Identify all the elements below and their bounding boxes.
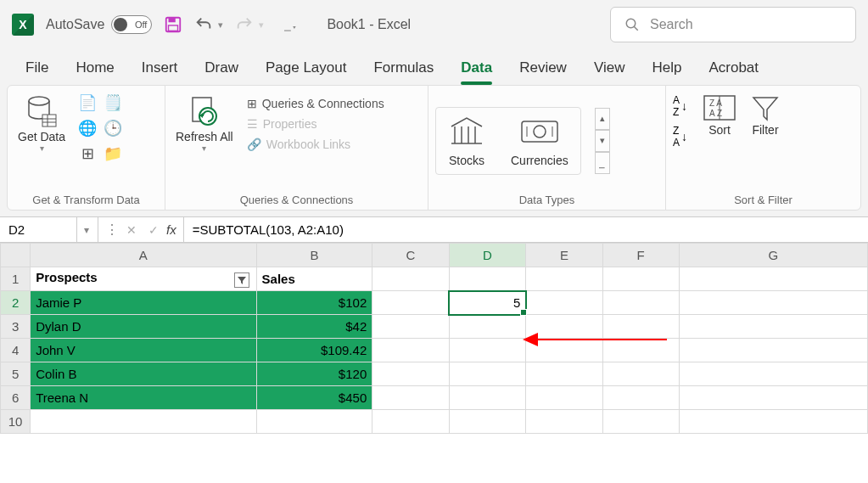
fx-icon[interactable]: fx	[166, 222, 176, 237]
cell-C2[interactable]	[372, 291, 449, 315]
name-box-dropdown-icon[interactable]: ▾	[76, 217, 89, 242]
cell-C5[interactable]	[372, 362, 449, 386]
row-header-10[interactable]: 10	[1, 410, 31, 434]
cell-G10[interactable]	[679, 410, 867, 434]
tab-view[interactable]: View	[580, 53, 639, 83]
cell-F2[interactable]	[602, 291, 679, 315]
tab-review[interactable]: Review	[506, 53, 580, 83]
existing-conn-icon[interactable]: ⊞	[76, 142, 99, 166]
cell-A6[interactable]: Treena N	[31, 386, 256, 410]
tab-data[interactable]: Data	[447, 53, 506, 83]
cell-G1[interactable]	[679, 267, 867, 291]
cell-C6[interactable]	[372, 386, 449, 410]
cell-D2[interactable]: 5	[449, 291, 526, 315]
sort-asc-button[interactable]: AZ↓	[673, 94, 687, 118]
cell-E1[interactable]	[526, 267, 602, 291]
redo-button[interactable]: ▾	[235, 15, 264, 34]
cell-B6[interactable]: $450	[256, 386, 372, 410]
tab-page-layout[interactable]: Page Layout	[252, 53, 360, 83]
fx-more-icon[interactable]: ⋮	[105, 222, 119, 238]
from-table-icon[interactable]: 🌐	[76, 116, 99, 140]
accept-formula-icon[interactable]: ✓	[144, 223, 163, 237]
cell-C10[interactable]	[372, 410, 449, 434]
cell-E2[interactable]	[526, 291, 602, 315]
refresh-all-button[interactable]: Refresh All ▾	[172, 91, 237, 154]
sort-desc-button[interactable]: ZA↓	[673, 125, 687, 149]
row-header-4[interactable]: 4	[1, 339, 31, 362]
cancel-formula-icon[interactable]: ✕	[122, 223, 141, 237]
get-data-button[interactable]: Get Data ▾	[14, 91, 69, 154]
cell-G4[interactable]	[679, 339, 867, 362]
cell-E6[interactable]	[526, 386, 602, 410]
tab-help[interactable]: Help	[638, 53, 695, 83]
row-header-6[interactable]: 6	[1, 386, 31, 410]
currencies-data-type[interactable]: Currencies	[511, 115, 568, 167]
cell-C4[interactable]	[372, 339, 449, 362]
autosave-toggle[interactable]: Off	[111, 15, 152, 34]
tab-acrobat[interactable]: Acrobat	[695, 53, 772, 83]
row-header-2[interactable]: 2	[1, 291, 31, 315]
cell-A3[interactable]: Dylan D	[31, 315, 256, 339]
cell-G2[interactable]	[679, 291, 867, 315]
tab-formulas[interactable]: Formulas	[360, 53, 447, 83]
formula-input[interactable]: =SUBTOTAL(103, A2:A10)	[184, 217, 868, 242]
gallery-down-icon[interactable]: ▾	[595, 130, 610, 152]
cell-B2[interactable]: $102	[256, 291, 372, 315]
cell-A2[interactable]: Jamie P	[31, 291, 256, 315]
col-header-F[interactable]: F	[602, 244, 679, 267]
col-header-B[interactable]: B	[256, 244, 372, 267]
cell-D1[interactable]	[449, 267, 526, 291]
from-text-icon[interactable]: 📄	[76, 91, 99, 115]
search-box[interactable]: Search	[610, 7, 856, 42]
cell-B10[interactable]	[256, 410, 372, 434]
col-header-E[interactable]: E	[526, 244, 602, 267]
row-header-1[interactable]: 1	[1, 267, 31, 291]
cell-A5[interactable]: Colin B	[31, 362, 256, 386]
row-header-3[interactable]: 3	[1, 315, 31, 339]
filter-button[interactable]: Filter	[747, 91, 784, 138]
save-button[interactable]	[164, 15, 182, 34]
gallery-up-icon[interactable]: ▴	[595, 108, 610, 130]
cell-A4[interactable]: John V	[31, 339, 256, 362]
col-header-D[interactable]: D	[449, 244, 526, 267]
cell-F6[interactable]	[602, 386, 679, 410]
tab-home[interactable]: Home	[62, 53, 127, 83]
cell-D10[interactable]	[449, 410, 526, 434]
from-picture-icon[interactable]: 📁	[101, 142, 125, 166]
cell-G3[interactable]	[679, 315, 867, 339]
cell-B3[interactable]: $42	[256, 315, 372, 339]
qat-overflow[interactable]: ⎯▾	[284, 19, 298, 31]
cell-C1[interactable]	[372, 267, 449, 291]
col-header-A[interactable]: A	[31, 244, 256, 267]
sort-button[interactable]: Z AA Z Sort	[699, 91, 740, 138]
cell-F5[interactable]	[602, 362, 679, 386]
gallery-nav[interactable]: ▴ ▾ ⎯	[595, 108, 610, 174]
cell-F10[interactable]	[602, 410, 679, 434]
spreadsheet-grid[interactable]: A B C D E F G 1 Prospects Sales 2	[0, 243, 868, 434]
cell-G6[interactable]	[679, 386, 867, 410]
cell-D5[interactable]	[449, 362, 526, 386]
cell-B1[interactable]: Sales	[256, 267, 372, 291]
tab-draw[interactable]: Draw	[191, 53, 252, 83]
recent-sources-icon[interactable]: 🕒	[101, 116, 125, 140]
col-header-G[interactable]: G	[679, 244, 867, 267]
cell-C3[interactable]	[372, 315, 449, 339]
row-header-5[interactable]: 5	[1, 362, 31, 386]
cell-D6[interactable]	[449, 386, 526, 410]
name-box[interactable]: D2 ▾	[0, 217, 98, 242]
cell-D3[interactable]	[449, 315, 526, 339]
autosave-control[interactable]: AutoSave Off	[46, 15, 152, 34]
cell-E10[interactable]	[526, 410, 602, 434]
from-web-icon[interactable]: 🗒️	[101, 91, 125, 115]
gallery-more-icon[interactable]: ⎯	[595, 152, 610, 174]
select-all-corner[interactable]	[1, 244, 31, 267]
cell-F1[interactable]	[602, 267, 679, 291]
cell-B4[interactable]: $109.42	[256, 339, 372, 362]
filter-dropdown-icon[interactable]	[234, 272, 249, 288]
cell-A1[interactable]: Prospects	[31, 267, 256, 291]
cell-E5[interactable]	[526, 362, 602, 386]
tab-file[interactable]: File	[12, 53, 62, 83]
stocks-data-type[interactable]: Stocks	[448, 115, 485, 167]
cell-B5[interactable]: $120	[256, 362, 372, 386]
cell-D4[interactable]	[449, 339, 526, 362]
